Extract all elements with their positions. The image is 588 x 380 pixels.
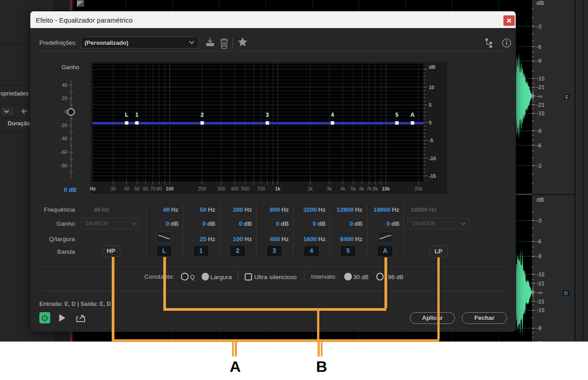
svg-text:5: 5	[429, 102, 432, 108]
svg-text:0: 0	[65, 109, 67, 114]
svg-text:-20: -20	[60, 123, 67, 128]
svg-text:-80: -80	[60, 163, 67, 168]
svg-text:-3: -3	[536, 24, 541, 30]
svg-text:-21: -21	[536, 84, 545, 90]
svg-text:-∞: -∞	[536, 93, 542, 100]
svg-text:-∞: -∞	[536, 290, 542, 296]
svg-text:3k: 3k	[327, 186, 332, 191]
svg-text:3: 3	[266, 112, 269, 118]
svg-text:-9: -9	[536, 58, 541, 64]
svg-text:-21: -21	[536, 102, 545, 108]
svg-text:-15: -15	[536, 76, 545, 82]
svg-text:10k: 10k	[382, 186, 390, 191]
svg-text:700: 700	[257, 186, 265, 191]
svg-text:-15: -15	[536, 307, 545, 314]
svg-text:100: 100	[166, 186, 174, 191]
svg-text:1: 1	[135, 112, 138, 118]
svg-text:6k: 6k	[359, 186, 365, 191]
svg-text:1k: 1k	[275, 186, 280, 191]
svg-text:A: A	[410, 112, 414, 118]
svg-text:-3: -3	[536, 218, 541, 224]
svg-text:-5: -5	[429, 138, 433, 143]
svg-text:7k: 7k	[366, 186, 372, 191]
svg-text:-40: -40	[60, 136, 67, 141]
svg-text:-21: -21	[536, 280, 545, 287]
svg-text:0: 0	[429, 120, 432, 125]
svg-text:-3: -3	[536, 163, 541, 169]
svg-text:-9: -9	[536, 128, 541, 134]
svg-text:80: 80	[156, 186, 162, 191]
svg-text:-6: -6	[536, 238, 541, 245]
svg-text:10: 10	[429, 85, 434, 90]
svg-text:2k: 2k	[308, 186, 313, 191]
svg-text:8k: 8k	[373, 186, 378, 191]
svg-text:-9: -9	[536, 325, 541, 332]
svg-text:-60: -60	[60, 149, 67, 155]
svg-text:300: 300	[217, 186, 225, 191]
svg-text:Hz: Hz	[90, 186, 96, 191]
svg-text:-21: -21	[536, 299, 545, 305]
svg-text:-9: -9	[536, 253, 541, 260]
svg-text:500: 500	[241, 186, 249, 191]
svg-text:0 dB: 0 dB	[64, 186, 76, 193]
svg-text:-10: -10	[429, 156, 436, 161]
svg-text:dB: dB	[536, 197, 544, 203]
svg-text:L: L	[125, 112, 128, 118]
svg-text:20: 20	[62, 95, 67, 101]
svg-text:60: 60	[143, 186, 148, 191]
svg-text:dB: dB	[536, 0, 544, 6]
svg-text:200: 200	[198, 186, 206, 191]
svg-text:-15: -15	[536, 110, 545, 117]
svg-text:-6: -6	[536, 142, 541, 149]
svg-text:4: 4	[331, 112, 334, 118]
svg-text:dB: dB	[429, 64, 436, 70]
svg-text:40: 40	[124, 186, 129, 191]
svg-text:Ganho: Ganho	[62, 64, 79, 71]
svg-text:70: 70	[150, 186, 156, 191]
svg-text:400: 400	[231, 186, 239, 191]
svg-text:5k: 5k	[351, 186, 356, 191]
svg-text:-15: -15	[429, 173, 436, 179]
svg-text:-6: -6	[536, 44, 541, 50]
svg-text:30: 30	[110, 186, 116, 191]
svg-text:20k: 20k	[415, 186, 423, 191]
svg-text:50: 50	[134, 186, 140, 191]
svg-text:-15: -15	[536, 271, 545, 278]
svg-text:2: 2	[201, 112, 204, 118]
svg-text:4k: 4k	[340, 186, 346, 191]
svg-text:5: 5	[395, 112, 398, 118]
svg-text:40: 40	[62, 82, 67, 88]
